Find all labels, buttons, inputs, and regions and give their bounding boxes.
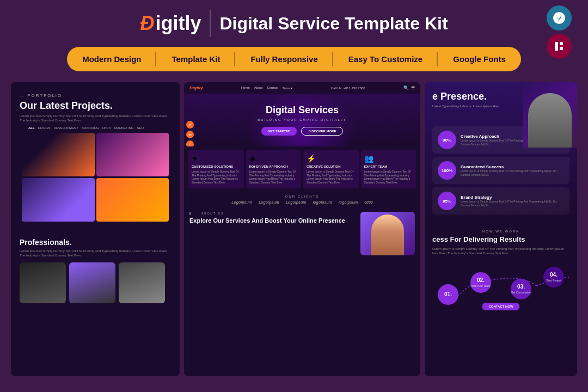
- mini-nav-about: About: [254, 86, 263, 90]
- logo-area: Ð igitly Digital Service Template Kit: [140, 10, 448, 37]
- stat-item-3: 85% Brand Strategy Lorem ipsum is Simply…: [432, 187, 569, 215]
- projects-desc: Lorem ipsum is Simply Dummy Text Of The …: [20, 114, 171, 123]
- hero-buttons: GET STARTED DISCOVER MORE: [193, 127, 412, 136]
- service-desc-3: Lorem ipsum is Simply Dummy Text Of The …: [307, 170, 356, 184]
- stat-text-2: Guaranteed Success Lorem ipsum is Simply…: [461, 164, 564, 176]
- stat-text-3: Brand Strategy Lorem ipsum is Simply Dum…: [461, 195, 564, 207]
- professionals-section: Professionals. Lorem ipsum is Simply Dum…: [11, 231, 180, 310]
- team-photo-3: [119, 262, 165, 303]
- nav-item-google-fonts[interactable]: Google Fonts: [438, 47, 521, 71]
- service-icon-3: ⚡: [307, 154, 356, 163]
- client-logos: Logoipsum Logoipsum Logoipsum logoipsum …: [189, 200, 415, 204]
- team-photo-1: [20, 262, 66, 303]
- step-4-label: Start Project: [546, 279, 561, 282]
- stat-title-2: Guaranteed Success: [461, 164, 564, 169]
- contact-now-button[interactable]: CONTACT NOW: [482, 303, 519, 310]
- mini-nav-contact: Contact: [267, 86, 278, 90]
- service-card-1: ✦ CUSTOMIZED SOLUTIONS Lorem ipsum is Si…: [188, 150, 244, 188]
- panel-center: Ðigitly Home About Contact More ▾ Call U…: [184, 82, 420, 376]
- filter-marketing[interactable]: MARKETING: [114, 126, 134, 130]
- service-title-2: ROI-DRIVEN APPROACH: [249, 165, 298, 168]
- filter-all[interactable]: ALL: [28, 126, 35, 130]
- stat-title-3: Brand Strategy: [461, 195, 564, 200]
- step-1-num: 01.: [444, 292, 452, 297]
- step-2-num: 02.: [477, 278, 485, 283]
- navbar: Modern Design Template Kit Fully Respons…: [0, 47, 588, 71]
- filter-branding[interactable]: BRANDING: [82, 126, 99, 130]
- mini-nav-icons: 🔍 ☰: [403, 85, 415, 90]
- service-desc-1: Lorem ipsum is Simply Dummy Text Of The …: [192, 170, 241, 184]
- header-divider: [210, 10, 211, 37]
- nav-item-modern-design[interactable]: Modern Design: [67, 47, 156, 71]
- process-desc: Lorem ipsum is Simply Dummy Text Of The …: [432, 247, 569, 256]
- about-section-bottom: ABOUT US Explore Our Services And Boost …: [184, 207, 420, 260]
- service-card-4: 👥 EXPERT TEAM Lorem ipsum is Simply Dumm…: [361, 150, 416, 188]
- mini-nav-home: Home: [241, 86, 250, 90]
- portfolio-grid: [20, 133, 171, 222]
- step-3-num: 03.: [517, 284, 525, 290]
- panel-left: PORTFOLIO Our Latest Projects. Lorem ips…: [11, 82, 180, 376]
- projects-title: Our Latest Projects.: [20, 100, 171, 112]
- process-title: cess For Delivering Results: [432, 235, 569, 243]
- hero-section: f in t Digital Services BUILDING YOUR EM…: [184, 94, 420, 146]
- client-logo-1: Logoipsum: [231, 200, 252, 204]
- header: Ð igitly Digital Service Template Kit W: [0, 0, 588, 47]
- how-label: HOW WE WORK: [432, 230, 569, 233]
- professionals-desc: Lorem ipsum is Simply Dummy Text Of The …: [20, 249, 171, 258]
- client-logo-2: Logoipsum: [259, 200, 279, 204]
- step-4-num: 04.: [550, 272, 558, 278]
- nav-item-easy-customize[interactable]: Easy To Customize: [333, 47, 438, 71]
- team-photos: [20, 262, 171, 303]
- filter-design[interactable]: DESIGN: [38, 126, 51, 130]
- panel-right: e Presence. Latest Typesetting Industry.…: [425, 82, 577, 376]
- header-title: Digital Service Template Kit: [219, 14, 448, 34]
- step-3: 03. Get Consultation: [511, 279, 531, 299]
- client-logo-6: 0000: [364, 200, 373, 204]
- search-icon: 🔍: [403, 85, 409, 90]
- elementor-icon: [547, 34, 572, 59]
- mini-nav-more: More ▾: [283, 86, 292, 90]
- stat-circle-2: 100%: [438, 161, 456, 180]
- filter-development[interactable]: DEVELOPMENT: [54, 126, 78, 130]
- filter-uiux[interactable]: UI/UX: [102, 126, 111, 130]
- service-icon-2: ◈: [249, 154, 298, 163]
- nav-item-template-kit[interactable]: Template Kit: [156, 47, 235, 71]
- stat-desc-2: Lorem ipsum is Simply Dummy Text Of The …: [461, 169, 564, 176]
- nav-item-fully-responsive[interactable]: Fully Responsive: [235, 47, 333, 71]
- portfolio-section: PORTFOLIO Our Latest Projects. Lorem ips…: [11, 82, 180, 227]
- hero-discover-more-button[interactable]: DISCOVER MORE: [301, 127, 343, 136]
- stat-circle-1: 90%: [438, 131, 456, 149]
- portfolio-label: PORTFOLIO: [20, 93, 171, 98]
- svg-rect-2: [555, 42, 558, 51]
- service-title-1: CUSTOMIZED SOLUTIONS: [192, 165, 241, 168]
- logo-icon: Ð: [140, 12, 153, 35]
- svg-rect-3: [560, 42, 563, 45]
- portfolio-img-1: [22, 133, 95, 176]
- person-photo: [523, 82, 577, 148]
- portfolio-img-4: [96, 178, 169, 222]
- filter-seo[interactable]: SEO: [137, 126, 144, 130]
- step-2-label: Meet Our Team: [471, 284, 490, 287]
- service-icon-4: 👥: [364, 154, 413, 163]
- hero-get-started-button[interactable]: GET STARTED: [261, 127, 297, 136]
- svg-rect-4: [560, 47, 563, 50]
- hero-title: Digital Services: [193, 105, 412, 116]
- wordpress-icon: W: [547, 5, 572, 30]
- service-title-3: CREATIVE SOLUTION: [307, 165, 356, 168]
- about-text-area: ABOUT US Explore Our Services And Boost …: [189, 212, 355, 224]
- mini-cta-text: Call Us: +011 456 7800: [331, 87, 365, 90]
- step-4: 04. Start Project: [543, 267, 564, 287]
- nav-pill: Modern Design Template Kit Fully Respons…: [67, 47, 521, 71]
- person-figure: [371, 215, 404, 255]
- mini-logo: Ðigitly: [189, 85, 203, 90]
- client-logo-3: Logoipsum: [286, 200, 307, 204]
- portfolio-img-2: [96, 133, 169, 176]
- service-title-4: EXPERT TEAM: [364, 165, 413, 168]
- clients-section: OUR CLIENTS Logoipsum Logoipsum Logoipsu…: [184, 192, 420, 207]
- stat-circle-3: 85%: [438, 192, 456, 210]
- stat-desc-3: Lorem ipsum is Simply Dummy Text Of The …: [461, 200, 564, 207]
- how-we-work-section: HOW WE WORK cess For Delivering Results …: [425, 223, 577, 322]
- about-title: Explore Our Services And Boost Your Onli…: [189, 217, 355, 224]
- service-card-2: ◈ ROI-DRIVEN APPROACH Lorem ipsum is Sim…: [246, 150, 302, 188]
- preview-container: PORTFOLIO Our Latest Projects. Lorem ips…: [0, 82, 588, 376]
